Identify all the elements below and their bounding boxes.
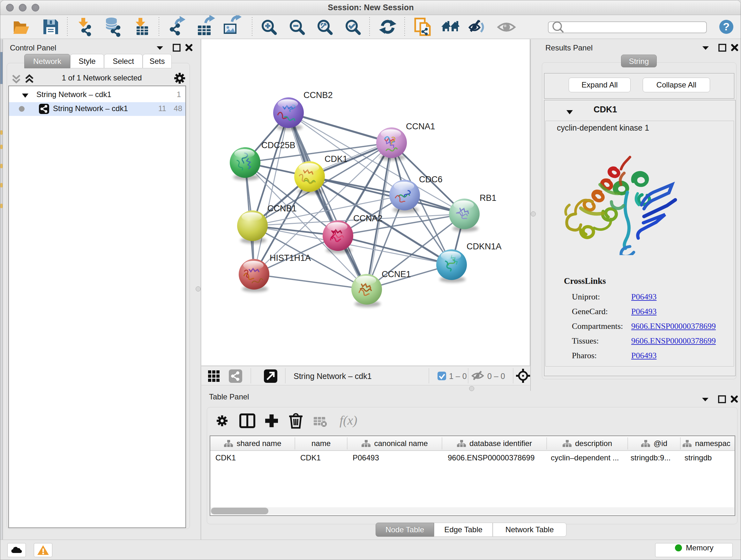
svg-text:RB1: RB1 — [480, 193, 496, 203]
svg-text:CCNB1: CCNB1 — [267, 204, 297, 213]
svg-text:String Network – cdk1: String Network – cdk1 — [293, 372, 372, 381]
svg-text:CCNA1: CCNA1 — [406, 122, 435, 131]
svg-text:?: ? — [723, 20, 730, 33]
svg-text:CDC25B: CDC25B — [261, 140, 295, 150]
svg-text:CDC6: CDC6 — [419, 175, 443, 184]
svg-text:CCNB2: CCNB2 — [304, 90, 333, 100]
svg-text:HIST1H1A: HIST1H1A — [270, 253, 311, 263]
svg-text:CCNE1: CCNE1 — [382, 269, 411, 279]
svg-text:CDK1: CDK1 — [325, 154, 347, 164]
svg-text:f(x): f(x) — [340, 413, 357, 428]
svg-text:CCNA2: CCNA2 — [353, 213, 383, 223]
svg-text:0 – 0: 0 – 0 — [487, 372, 505, 381]
svg-text:1 – 0: 1 – 0 — [449, 372, 467, 381]
svg-text:CDKN1A: CDKN1A — [467, 242, 502, 251]
